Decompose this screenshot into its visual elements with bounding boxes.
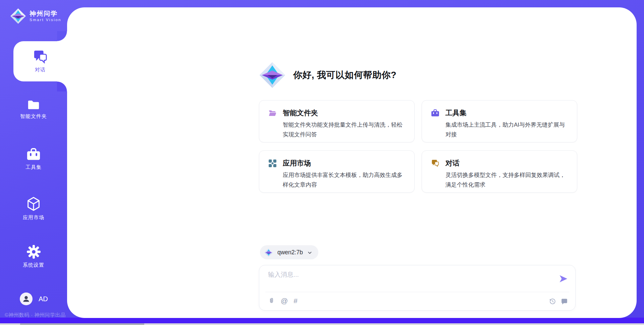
model-selector[interactable]: qwen2:7b [260, 245, 318, 259]
comment-icon[interactable] [561, 298, 568, 305]
cube-icon [27, 196, 40, 211]
user-initials: AD [39, 295, 48, 303]
gear-icon [26, 245, 41, 259]
card-description: 集成市场上主流工具，助力AI与外界无缝扩展与对接 [445, 120, 569, 139]
composer-right-tools [549, 298, 568, 305]
page-root: 神州问学 Smart Vision 对话 智能文件夹 [0, 0, 644, 325]
at-icon[interactable]: @ [281, 297, 288, 304]
composer-divider [265, 292, 569, 292]
send-icon[interactable] [558, 274, 568, 283]
card-title: 对话 [445, 158, 568, 168]
sidebar-item-label: 系统设置 [23, 262, 44, 268]
sidebar-item-label: 工具集 [25, 164, 42, 171]
app-background: 神州问学 Smart Vision 对话 智能文件夹 [0, 0, 644, 318]
card-title: 智能文件夹 [283, 108, 405, 118]
folder-open-icon [268, 109, 277, 117]
avatar [20, 292, 33, 305]
brand-text: 神州问学 Smart Vision [30, 10, 61, 22]
toolbox-icon [431, 109, 439, 117]
chat-icon [33, 50, 48, 64]
card-toolset[interactable]: 工具集 集成市场上主流工具，助力AI与外界无缝扩展与对接 [422, 100, 577, 142]
horizontal-scrollbar[interactable] [0, 323, 644, 325]
model-logo-icon [264, 248, 273, 257]
sidebar-item-label: 应用市场 [23, 214, 44, 221]
card-title: 应用市场 [283, 158, 405, 168]
grid-icon [268, 159, 277, 168]
greeting: 你好, 我可以如何帮助你? [259, 61, 396, 89]
copyright-footer: ©神州数码 · 神州问学出品 [5, 312, 65, 318]
card-chat[interactable]: 对话 灵活切换多模型文件，支持多样回复效果调试，满足个性化需求 [422, 150, 577, 193]
card-description: 应用市场提供丰富长文本模板，助力高效生成多样化文章内容 [283, 170, 406, 190]
toolbox-icon [26, 148, 41, 161]
brand-name: 神州问学 [30, 10, 61, 17]
main-panel: 你好, 我可以如何帮助你? 智能文件夹 智能文件夹功能支持批量文件上传与清洗，轻… [67, 7, 637, 318]
sidebar-item-label: 智能文件夹 [20, 113, 47, 120]
user-profile[interactable]: AD [20, 292, 48, 305]
card-title: 工具集 [445, 108, 568, 118]
model-name: qwen2:7b [277, 249, 303, 256]
brand-subtitle: Smart Vision [30, 17, 61, 22]
hash-icon[interactable]: # [293, 297, 298, 304]
feature-cards: 智能文件夹 智能文件夹功能支持批量文件上传与清洗，轻松实现文件问答 工具集 集成… [259, 100, 577, 193]
brand-logo-icon [10, 8, 26, 24]
card-app-market[interactable]: 应用市场 应用市场提供丰富长文本模板，助力高效生成多样化文章内容 [259, 150, 415, 193]
chat-icon [431, 159, 439, 168]
person-icon [21, 294, 31, 304]
card-description: 智能文件夹功能支持批量文件上传与清洗，轻松实现文件问答 [283, 120, 406, 139]
chevron-down-icon [307, 250, 312, 255]
history-icon[interactable] [549, 298, 556, 305]
card-description: 灵活切换多模型文件，支持多样回复效果调试，满足个性化需求 [445, 170, 569, 190]
message-composer: @ # [259, 265, 576, 311]
scrollbar-thumb[interactable] [20, 323, 144, 325]
sidebar-item-chat[interactable]: 对话 [13, 41, 67, 81]
folder-icon [27, 99, 40, 110]
sidebar-item-app-market[interactable]: 应用市场 [0, 196, 67, 221]
sidebar-item-toolset[interactable]: 工具集 [0, 148, 67, 171]
sidebar-item-smart-folder[interactable]: 智能文件夹 [0, 99, 67, 120]
sidebar-item-label: 对话 [35, 67, 46, 73]
greeting-logo-icon [259, 61, 286, 89]
card-smart-folder[interactable]: 智能文件夹 智能文件夹功能支持批量文件上传与清洗，轻松实现文件问答 [259, 100, 415, 142]
greeting-text: 你好, 我可以如何帮助你? [293, 69, 396, 81]
composer-left-tools: @ # [268, 297, 298, 304]
paperclip-icon[interactable] [268, 297, 275, 304]
message-input[interactable] [268, 270, 550, 289]
sidebar-item-settings[interactable]: 系统设置 [0, 245, 67, 268]
brand: 神州问学 Smart Vision [10, 8, 61, 24]
